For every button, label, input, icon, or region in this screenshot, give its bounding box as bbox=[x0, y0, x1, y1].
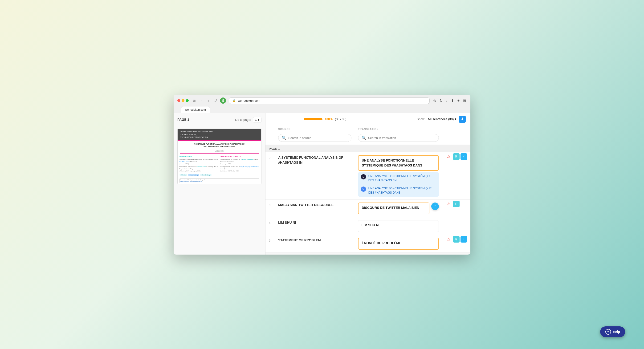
source-text: LIM SHU NI bbox=[275, 217, 355, 235]
copy-button[interactable]: ⎘ bbox=[453, 153, 460, 160]
active-tab[interactable]: we.redokun.com bbox=[181, 106, 210, 113]
right-top-bar: 100% (33 / 33) Show: All sentences (33) … bbox=[266, 113, 470, 125]
suggestion-text: UNE ANALYSE FONCTIONNELLE SYSTÉMIQUE DES… bbox=[368, 174, 436, 182]
grammarly-icon: G bbox=[220, 98, 226, 104]
suggestion-text: UNE ANALYSE FONCTIONNELLE SYSTEMIQUE DES… bbox=[368, 186, 436, 195]
col-translation-header: TRANSLATION bbox=[355, 125, 442, 132]
copy-button[interactable]: ⎘ bbox=[453, 236, 460, 242]
chevron-down-icon: ▾ bbox=[454, 117, 456, 121]
translation-cell: DISCOURS DE TWITTER MALAISIEN ↑ bbox=[355, 200, 442, 217]
address-bar[interactable]: 🔒 we.redokun.com bbox=[229, 98, 430, 104]
doc-author: LIM SHU NI bbox=[178, 150, 261, 152]
page-section-row: PAGE 1 bbox=[266, 145, 470, 152]
help-button[interactable]: ? Help bbox=[600, 326, 625, 337]
col-source-header: SOURCE bbox=[275, 125, 355, 132]
page-top-left: PAGE 1 bbox=[177, 118, 189, 122]
translation-cell: ÉNONCÉ DU PROBLÈME bbox=[355, 235, 442, 252]
page-section-label: PAGE 1 bbox=[266, 145, 470, 152]
doc-intro-col: INTRODUCTION #Hashtags were introduced a… bbox=[180, 156, 219, 172]
traffic-lights bbox=[177, 99, 189, 102]
approve-button[interactable]: ✓ bbox=[460, 153, 467, 160]
lock-icon: 🔒 bbox=[232, 99, 236, 102]
suggestion-item-google[interactable]: G UNE ANALYSE FONCTIONNELLE SYSTEMIQUE D… bbox=[358, 184, 439, 197]
shield-icon: 🛡 bbox=[214, 98, 217, 103]
help-icon: ? bbox=[605, 329, 611, 335]
table-header-row: SOURCE TRANSLATION bbox=[266, 125, 470, 132]
row-actions bbox=[442, 217, 470, 221]
browser-window: ⊞ ‹ › 🛡 G 🔒 we.redokun.com ⊕ ↻ ↓ ⬆ + ⊞ w… bbox=[174, 95, 470, 254]
translation-search-input[interactable] bbox=[368, 136, 435, 140]
filter-button[interactable]: ⬇ bbox=[458, 116, 466, 123]
progress-count: (33 / 33) bbox=[335, 117, 346, 121]
source-text: MALAYSIAN TWITTER DISCOURSE bbox=[275, 200, 355, 217]
translation-box[interactable]: ÉNONCÉ DU PROBLÈME bbox=[358, 238, 439, 250]
row-actions: ⚠ ⎘ ✓ bbox=[442, 152, 470, 163]
share-button[interactable]: ⬆ bbox=[450, 98, 455, 104]
search-icon: 🔍 bbox=[362, 136, 366, 140]
doc-problem-col: STATEMENT OF PROBLEM Hashtags should be … bbox=[220, 156, 260, 172]
download-button[interactable]: ↓ bbox=[445, 98, 448, 104]
show-label: Show: bbox=[417, 117, 425, 121]
maximize-button[interactable] bbox=[186, 99, 189, 102]
warning-button[interactable]: ⚠ bbox=[446, 236, 452, 242]
grid-button[interactable]: ⊞ bbox=[462, 98, 467, 104]
row-number: 5 bbox=[266, 235, 275, 252]
translate-icon[interactable]: ⊕ bbox=[432, 98, 437, 104]
progress-section: 100% (33 / 33) bbox=[304, 117, 346, 121]
filter-icon: ⬇ bbox=[461, 117, 464, 121]
warning-button[interactable]: ⚠ bbox=[446, 153, 452, 160]
refresh-button[interactable]: ↻ bbox=[439, 98, 443, 104]
deepl-icon: D bbox=[361, 174, 366, 180]
translation-cell: UNE ANALYSE FONCTIONNELLE SYSTEMIQUE DES… bbox=[355, 152, 442, 200]
translation-box[interactable]: UNE ANALYSE FONCTIONNELLE SYSTEMIQUE DES… bbox=[358, 155, 439, 171]
translation-table-container: SOURCE TRANSLATION 🔍 bbox=[266, 125, 470, 254]
left-panel: PAGE 1 Go to page: 1 ▾ DEPARTMENT OF LAN… bbox=[174, 113, 266, 254]
close-button[interactable] bbox=[177, 99, 180, 102]
table-row: 5 STATEMENT OF PROBLEM ÉNONCÉ DU PROBLÈM… bbox=[266, 235, 470, 252]
progress-bar bbox=[304, 118, 322, 120]
scroll-up-button[interactable]: ↑ bbox=[431, 202, 439, 210]
new-tab-button[interactable]: + bbox=[457, 98, 460, 104]
translation-box[interactable]: LIM SHU NI bbox=[358, 220, 439, 232]
progress-percent: 100% bbox=[325, 117, 332, 121]
translation-table: SOURCE TRANSLATION 🔍 bbox=[266, 125, 470, 253]
minimize-button[interactable] bbox=[182, 99, 184, 102]
chrome-actions: ⊕ ↻ ↓ ⬆ + ⊞ bbox=[432, 98, 467, 104]
browser-chrome: ⊞ ‹ › 🛡 G 🔒 we.redokun.com ⊕ ↻ ↓ ⬆ + ⊞ w… bbox=[174, 95, 470, 113]
source-search-input[interactable] bbox=[288, 136, 348, 140]
goto-label: Go to page: bbox=[235, 118, 251, 122]
warning-button[interactable]: ⚠ bbox=[446, 201, 452, 207]
forward-button[interactable]: › bbox=[207, 98, 211, 103]
doc-caption: Sometimes I don't quite understand mysel… bbox=[180, 178, 259, 183]
source-text: STATEMENT OF PROBLEM bbox=[275, 235, 355, 252]
source-search-wrap: 🔍 bbox=[278, 134, 352, 142]
suggestion-item-deepl[interactable]: D UNE ANALYSE FONCTIONNELLE SYSTÉMIQUE D… bbox=[358, 172, 439, 184]
chevron-down-icon: ▾ bbox=[258, 118, 259, 122]
source-text: A SYSTEMIC FUNCTIONAL ANALYSIS OF #HASHT… bbox=[275, 152, 355, 200]
page-number-select[interactable]: 1 ▾ bbox=[253, 117, 262, 122]
progress-fill bbox=[304, 118, 322, 120]
translation-search-wrap: 🔍 bbox=[358, 134, 439, 142]
right-panel: 100% (33 / 33) Show: All sentences (33) … bbox=[266, 113, 470, 254]
col-actions-header bbox=[442, 125, 470, 132]
sidebar-toggle-button[interactable]: ⊞ bbox=[192, 98, 197, 103]
doc-two-col: INTRODUCTION #Hashtags were introduced a… bbox=[178, 154, 261, 174]
hashtags-area: #MeToo #JustKidding #Humblebrag bbox=[178, 174, 261, 177]
copy-button[interactable]: ⎘ bbox=[453, 201, 460, 207]
doc-header: DEPARTMENT OF LANGUAGES AND LINGUISTICS … bbox=[178, 129, 261, 140]
row-number: 3 bbox=[266, 200, 275, 217]
doc-title: A SYSTEMIC FUNCTIONAL ANALYSIS OF #HASHT… bbox=[178, 141, 261, 150]
back-button[interactable]: ‹ bbox=[200, 98, 204, 103]
table-row: 3 MALAYSIAN TWITTER DISCOURSE DISCOURS D… bbox=[266, 200, 470, 217]
app-content: PAGE 1 Go to page: 1 ▾ DEPARTMENT OF LAN… bbox=[174, 113, 470, 254]
google-icon: G bbox=[361, 186, 366, 192]
approve-button[interactable]: + bbox=[460, 236, 467, 242]
search-inputs-row: 🔍 🔍 bbox=[266, 132, 470, 145]
row-actions: ⚠ ⎘ + bbox=[442, 235, 470, 246]
row-number: 2 bbox=[266, 152, 275, 200]
show-dropdown[interactable]: All sentences (33) ▾ bbox=[428, 117, 456, 121]
page-label: PAGE 1 bbox=[177, 118, 189, 122]
translation-box[interactable]: DISCOURS DE TWITTER MALAISIEN bbox=[358, 202, 430, 214]
right-controls: Show: All sentences (33) ▾ ⬇ bbox=[417, 116, 466, 123]
row-number: 4 bbox=[266, 217, 275, 235]
